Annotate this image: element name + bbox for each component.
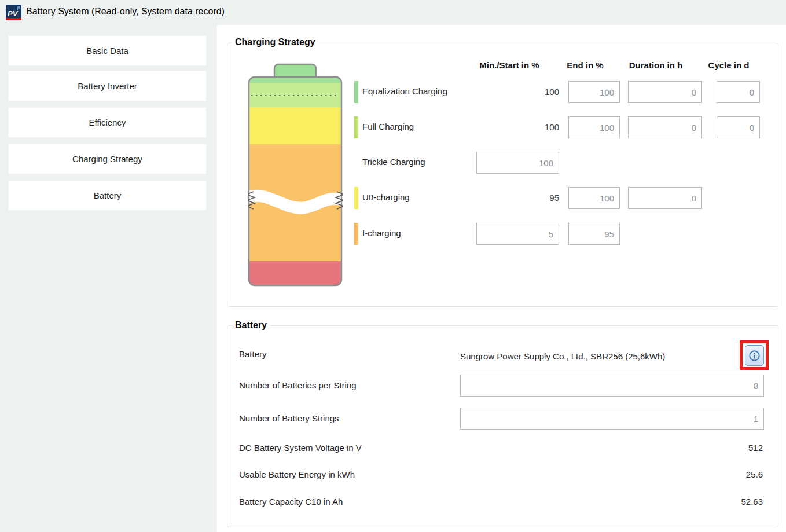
u0-charging-end-input[interactable] [568,187,620,209]
full-charging-min-start-value: 100 [498,122,559,132]
u0-charging-label: U0-charging [362,192,410,202]
u0-charging-duration-input[interactable] [628,187,702,209]
column-header-min-start: Min./Start in % [466,60,553,70]
equalization-charging-marker [354,81,358,103]
i-charging-min-start-input[interactable] [476,223,559,245]
battery-strings-input[interactable] [460,408,764,430]
window-title: Battery System (Read-only, System data r… [26,6,225,17]
full-charging-label: Full Charging [362,122,414,131]
full-charging-duration-input[interactable] [628,116,702,138]
equalization-cycle-input[interactable] [717,81,760,103]
battery-model-value: Sungrow Power Supply Co., Ltd., SBR256 (… [460,351,665,361]
trickle-charging-label: Trickle Charging [362,157,425,167]
equalization-charging-label: Equalization Charging [362,86,447,96]
sidebar-item-efficiency[interactable]: Efficiency [8,107,207,138]
pvsol-app-icon: PV p [6,5,21,20]
battery-info-button[interactable] [745,345,764,366]
pvsol-logo-superscript: p [17,5,21,10]
full-charging-cycle-input[interactable] [717,116,760,138]
trickle-charging-min-start-input[interactable] [476,152,559,174]
u0-charging-marker [354,187,358,209]
usable-energy-value: 25.6 [637,469,763,479]
charging-strategy-group-title: Charging Strategy [232,37,319,47]
sidebar: Basic Data Battery Inverter Efficiency C… [0,25,217,532]
usable-energy-label: Usable Battery Energy in kWh [239,469,355,479]
battery-group-title: Battery [232,320,270,331]
info-icon [748,350,761,362]
sidebar-item-battery[interactable]: Battery [8,180,207,211]
full-charging-marker [354,116,358,138]
equalization-min-start-value: 100 [498,87,559,97]
capacity-c10-label: Battery Capacity C10 in Ah [239,497,343,507]
pvsol-logo-text: PV [8,9,17,18]
sidebar-item-battery-inverter[interactable]: Battery Inverter [8,71,207,101]
batteries-per-string-label: Number of Batteries per String [239,380,357,390]
equalization-duration-input[interactable] [628,81,702,103]
u0-charging-min-start-value: 95 [498,193,559,203]
capacity-c10-value: 52.63 [637,497,763,507]
title-bar: PV p Battery System (Read-only, System d… [0,0,786,25]
equalization-end-input[interactable] [568,81,620,103]
battery-model-label: Battery [239,349,267,359]
pvsol-logo-redbar [6,18,21,20]
i-charging-label: I-charging [362,228,401,238]
sidebar-item-charging-strategy[interactable]: Charging Strategy [8,144,207,174]
column-header-duration: Duration in h [623,60,688,70]
battery-level-illustration [248,63,343,288]
dc-voltage-value: 512 [637,443,763,453]
battery-system-window: PV p Battery System (Read-only, System d… [0,0,786,532]
dc-voltage-label: DC Battery System Voltage in V [239,443,362,453]
sidebar-item-basic-data[interactable]: Basic Data [8,35,207,66]
column-header-end: End in % [559,60,611,70]
batteries-per-string-input[interactable] [460,375,764,397]
column-header-cycle: Cycle in d [703,60,755,70]
battery-strings-label: Number of Battery Strings [239,413,339,423]
i-charging-end-input[interactable] [568,223,620,245]
full-charging-end-input[interactable] [568,116,620,138]
i-charging-marker [354,223,358,245]
